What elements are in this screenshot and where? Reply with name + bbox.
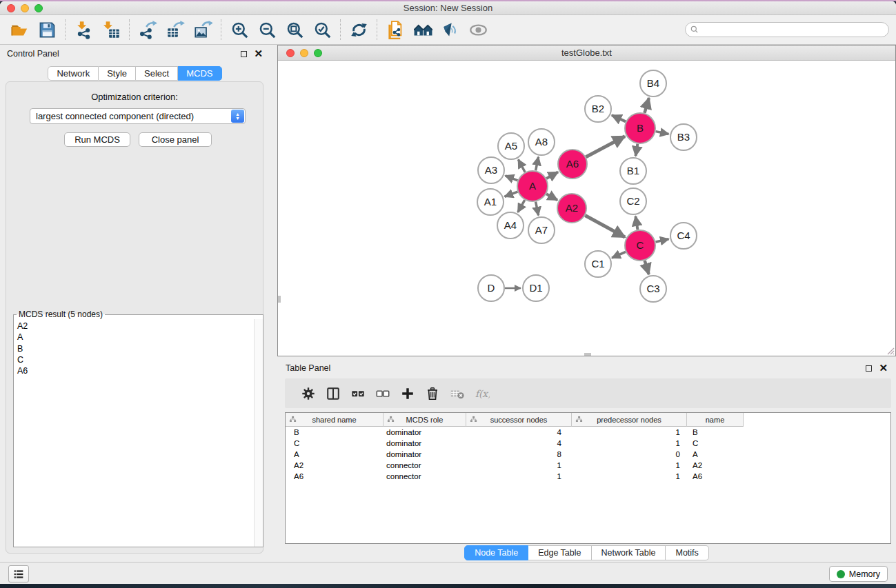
- table-row[interactable]: Cdominator41C: [286, 438, 890, 449]
- table-cell[interactable]: 1: [466, 471, 572, 482]
- select-all-button[interactable]: [346, 382, 370, 405]
- graph-edge-A-A8[interactable]: [536, 157, 539, 171]
- table-cell[interactable]: B: [286, 427, 384, 438]
- column-header-predecessor-nodes[interactable]: predecessor nodes: [572, 413, 687, 427]
- export-image-button[interactable]: [189, 18, 217, 41]
- graph-node-A4[interactable]: A4: [497, 212, 524, 239]
- graph-edge-A2-C[interactable]: [585, 216, 625, 237]
- mcds-result-item[interactable]: A: [14, 332, 262, 343]
- deselect-all-button[interactable]: [370, 382, 395, 405]
- open-session-button[interactable]: [6, 18, 33, 41]
- table-cell[interactable]: connector: [384, 471, 466, 482]
- table-cell[interactable]: 4: [466, 427, 572, 438]
- graph-node-A3[interactable]: A3: [478, 157, 504, 183]
- graph-node-C1[interactable]: C1: [585, 251, 611, 277]
- graph-node-A7[interactable]: A7: [528, 217, 555, 243]
- search-box[interactable]: [685, 22, 889, 37]
- search-input[interactable]: [699, 23, 888, 36]
- maximize-window-button[interactable]: [34, 4, 43, 12]
- import-table-button[interactable]: [97, 18, 125, 41]
- table-cell[interactable]: 8: [466, 449, 572, 460]
- graph-edge-A-A7[interactable]: [536, 202, 539, 216]
- table-row[interactable]: A6connector11A6: [286, 471, 890, 482]
- criterion-select[interactable]: largest connected component (directed) ▲…: [30, 108, 246, 124]
- table-cell[interactable]: A6: [687, 471, 744, 482]
- graph-edge-C-C4[interactable]: [655, 239, 668, 242]
- table-cell[interactable]: 1: [572, 438, 687, 449]
- memory-button[interactable]: Memory: [829, 566, 888, 582]
- tab-edge-table[interactable]: Edge Table: [528, 545, 591, 560]
- table-row[interactable]: Adominator80A: [286, 449, 890, 460]
- table-cell[interactable]: 1: [572, 427, 687, 438]
- graph-node-D1[interactable]: D1: [523, 275, 549, 301]
- table-cell[interactable]: A6: [286, 471, 384, 482]
- float-panel-icon[interactable]: [241, 51, 247, 57]
- graph-edge-A-A2[interactable]: [546, 194, 557, 200]
- first-neighbors-button[interactable]: [409, 18, 437, 41]
- graph-edge-A-A5[interactable]: [518, 159, 525, 172]
- graph-node-B3[interactable]: B3: [670, 124, 697, 150]
- zoom-in-button[interactable]: [226, 18, 253, 41]
- minimize-window-button[interactable]: [21, 4, 29, 12]
- add-column-button[interactable]: [395, 382, 420, 405]
- network-minimize-button[interactable]: [300, 49, 308, 57]
- graph-edge-A-A1[interactable]: [505, 192, 518, 196]
- graph-node-A8[interactable]: A8: [528, 129, 555, 155]
- graph-node-A6[interactable]: A6: [558, 150, 587, 179]
- table-cell[interactable]: A2: [286, 460, 384, 471]
- zoom-selected-button[interactable]: [308, 18, 336, 41]
- close-window-button[interactable]: [7, 4, 15, 12]
- vertical-scroll-indicator[interactable]: [278, 296, 281, 303]
- mcds-list-scrollbar[interactable]: [254, 319, 263, 547]
- graph-edge-B-B4[interactable]: [644, 98, 648, 113]
- table-cell[interactable]: 0: [572, 449, 687, 460]
- run-mcds-button[interactable]: Run MCDS: [64, 132, 130, 147]
- network-maximize-button[interactable]: [314, 49, 322, 57]
- graph-edge-B-B2[interactable]: [612, 115, 626, 121]
- column-header-successor-nodes[interactable]: successor nodes: [466, 413, 572, 427]
- graph-node-A5[interactable]: A5: [498, 133, 524, 159]
- table-float-icon[interactable]: [866, 365, 872, 372]
- graph-node-C2[interactable]: C2: [620, 188, 646, 214]
- tab-select[interactable]: Select: [136, 66, 178, 81]
- show-hide-button[interactable]: [464, 18, 492, 41]
- tab-mcds[interactable]: MCDS: [178, 66, 221, 81]
- show-columns-button[interactable]: [321, 382, 346, 405]
- graph-edge-B-B1[interactable]: [636, 144, 638, 156]
- delete-column-button[interactable]: [420, 382, 445, 405]
- table-cell[interactable]: A2: [687, 460, 744, 471]
- graph-edge-A-A6[interactable]: [546, 172, 558, 179]
- annotations-button[interactable]: [437, 18, 464, 41]
- graph-edge-C-C2[interactable]: [635, 216, 637, 230]
- graph-node-A2[interactable]: A2: [557, 194, 586, 223]
- network-close-button[interactable]: [286, 49, 295, 57]
- table-cell[interactable]: C: [687, 438, 744, 449]
- graph-node-C[interactable]: C: [625, 230, 655, 261]
- mcds-result-item[interactable]: A2: [14, 321, 262, 332]
- mcds-result-item[interactable]: C: [14, 354, 262, 365]
- zoom-out-button[interactable]: [253, 18, 281, 41]
- resize-grip-icon[interactable]: [885, 345, 895, 355]
- graph-node-B[interactable]: B: [625, 113, 655, 143]
- table-row[interactable]: A2connector11A2: [286, 460, 890, 471]
- table-cell[interactable]: connector: [384, 460, 466, 471]
- mcds-result-item[interactable]: B: [14, 343, 262, 354]
- graph-node-A1[interactable]: A1: [477, 189, 504, 215]
- graph-edge-B-B3[interactable]: [656, 132, 669, 134]
- mcds-result-item[interactable]: A6: [14, 365, 262, 376]
- export-table-button[interactable]: [161, 18, 189, 41]
- graph-node-C3[interactable]: C3: [640, 276, 666, 302]
- import-network-button[interactable]: [70, 18, 97, 41]
- table-cell[interactable]: 1: [466, 460, 572, 471]
- new-network-from-selection-button[interactable]: [381, 18, 409, 41]
- save-session-button[interactable]: [33, 18, 61, 41]
- export-network-button[interactable]: [134, 18, 161, 41]
- task-history-button[interactable]: [8, 565, 29, 582]
- graph-edge-A-A4[interactable]: [518, 200, 525, 212]
- column-header-shared-name[interactable]: shared name: [286, 413, 384, 427]
- table-cell[interactable]: 1: [572, 460, 687, 471]
- column-header-mcds-role[interactable]: MCDS role: [384, 413, 466, 427]
- close-panel-icon[interactable]: ✕: [254, 50, 263, 58]
- tab-network-table[interactable]: Network Table: [592, 545, 666, 560]
- network-canvas[interactable]: A5A8A3AA1A4A7A6A2BB2B4B3B1CC2C4C1C3DD1: [278, 61, 895, 356]
